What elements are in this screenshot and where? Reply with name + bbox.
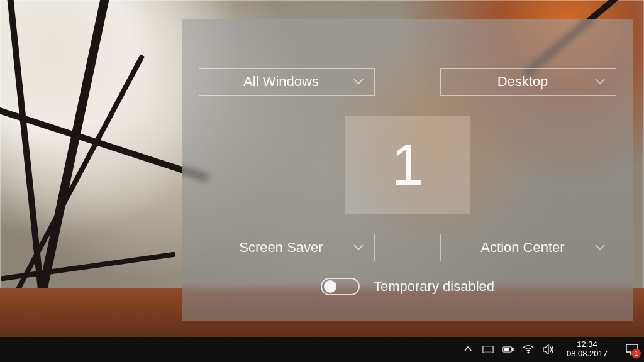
taskbar-clock[interactable]: 12:34 08.08.2017 bbox=[563, 340, 611, 359]
svg-point-5 bbox=[528, 352, 529, 353]
tray-overflow-icon[interactable] bbox=[462, 344, 474, 355]
notification-badge: 1 bbox=[631, 349, 641, 358]
corner-select-label: Action Center bbox=[451, 239, 594, 256]
chevron-down-icon bbox=[594, 242, 606, 253]
corner-select-label: Screen Saver bbox=[209, 239, 353, 256]
wifi-icon[interactable] bbox=[523, 344, 534, 355]
taskbar: 12:34 08.08.2017 1 bbox=[0, 337, 644, 362]
corner-select-top-right[interactable]: Desktop bbox=[440, 68, 616, 96]
svg-rect-3 bbox=[512, 348, 513, 350]
chevron-down-icon bbox=[594, 76, 606, 87]
temporary-disable-row: Temporary disabled bbox=[182, 278, 633, 295]
keyboard-touch-icon[interactable] bbox=[482, 344, 494, 355]
svg-rect-0 bbox=[483, 346, 493, 353]
corner-select-bottom-right[interactable]: Action Center bbox=[440, 234, 616, 261]
temporary-disable-toggle[interactable] bbox=[321, 278, 360, 295]
system-tray: 12:34 08.08.2017 1 bbox=[462, 340, 644, 359]
clock-date: 08.08.2017 bbox=[567, 349, 608, 359]
action-center-icon[interactable]: 1 bbox=[624, 341, 640, 358]
svg-rect-4 bbox=[504, 348, 508, 351]
battery-icon[interactable] bbox=[502, 344, 514, 355]
hotcorners-panel: All Windows Desktop 1 Screen Saver Actio… bbox=[182, 19, 633, 321]
corner-select-bottom-left[interactable]: Screen Saver bbox=[199, 234, 375, 261]
clock-time: 12:34 bbox=[577, 340, 597, 349]
virtual-desktop-number: 1 bbox=[391, 132, 423, 198]
volume-icon[interactable] bbox=[543, 344, 554, 355]
corner-select-top-left[interactable]: All Windows bbox=[199, 68, 375, 96]
corner-select-label: Desktop bbox=[451, 74, 594, 90]
virtual-desktop-tile[interactable]: 1 bbox=[345, 116, 470, 214]
temporary-disable-label: Temporary disabled bbox=[374, 278, 494, 295]
chevron-down-icon bbox=[353, 76, 364, 87]
chevron-down-icon bbox=[353, 242, 364, 253]
toggle-knob bbox=[324, 280, 336, 293]
corner-select-label: All Windows bbox=[209, 74, 353, 90]
